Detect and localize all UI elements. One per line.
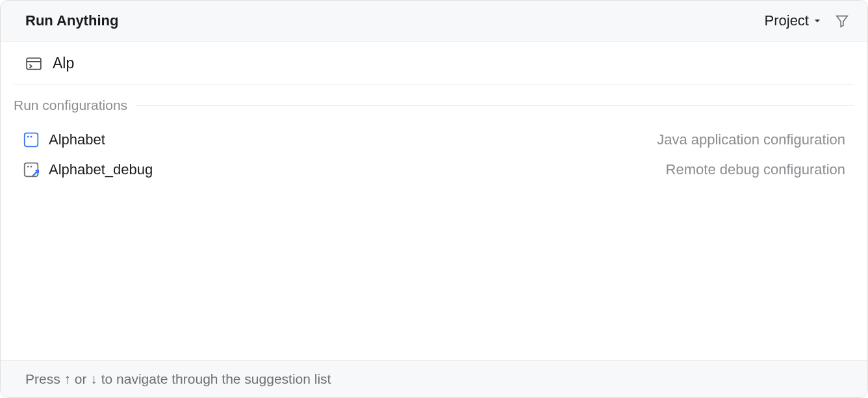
result-description: Remote debug configuration	[666, 161, 845, 178]
section-header: Run configurations	[14, 98, 854, 113]
section-line	[135, 105, 854, 106]
app-config-icon	[23, 131, 40, 148]
svg-marker-0	[837, 16, 848, 27]
filter-button[interactable]	[835, 14, 849, 28]
navigation-hint: Press ↑ or ↓ to navigate through the sug…	[25, 371, 843, 387]
header-controls: Project	[765, 12, 849, 29]
svg-rect-3	[25, 133, 38, 147]
scope-label: Project	[765, 12, 809, 29]
svg-point-4	[27, 136, 29, 138]
divider	[14, 84, 854, 85]
result-item-alphabet-debug[interactable]: Alphabet_debug Remote debug configuratio…	[14, 155, 854, 185]
chevron-down-icon	[813, 16, 822, 25]
command-input[interactable]	[53, 55, 843, 72]
result-name: Alphabet_debug	[49, 161, 153, 178]
section-label: Run configurations	[14, 98, 127, 113]
result-left: Alphabet_debug	[23, 161, 153, 178]
result-name: Alphabet	[49, 131, 105, 148]
terminal-icon	[25, 55, 42, 72]
svg-point-5	[31, 136, 32, 138]
dialog-header: Run Anything Project	[1, 1, 867, 42]
svg-point-8	[31, 166, 32, 168]
results-area: Run configurations Alphabet Java applica…	[1, 84, 867, 360]
debug-config-icon	[23, 161, 40, 178]
funnel-icon	[835, 14, 849, 28]
input-row	[1, 42, 867, 84]
dialog-title: Run Anything	[25, 12, 118, 29]
result-item-alphabet[interactable]: Alphabet Java application configuration	[14, 125, 854, 155]
run-anything-dialog: Run Anything Project	[0, 0, 868, 398]
result-description: Java application configuration	[657, 131, 845, 148]
svg-rect-1	[27, 58, 41, 69]
dialog-footer: Press ↑ or ↓ to navigate through the sug…	[1, 360, 867, 397]
scope-selector[interactable]: Project	[765, 12, 822, 29]
svg-point-7	[27, 166, 29, 168]
result-left: Alphabet	[23, 131, 105, 148]
